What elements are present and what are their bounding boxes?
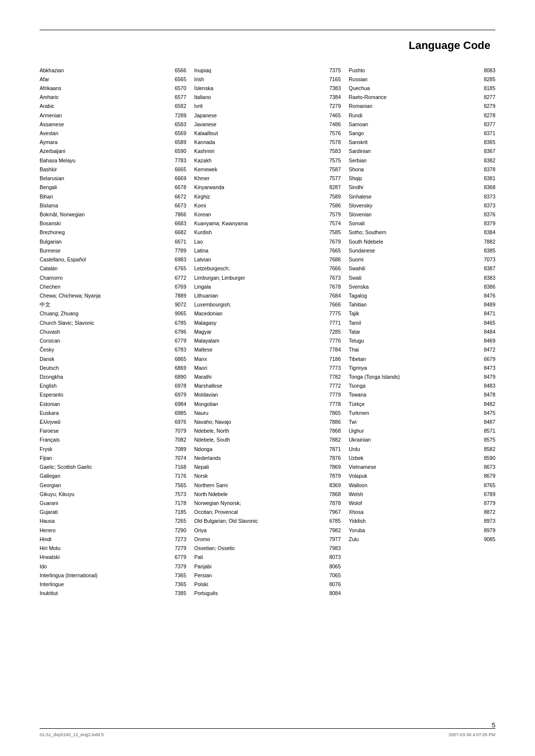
language-code: 8369	[325, 482, 341, 489]
language-code: 7789	[170, 247, 186, 254]
language-name: Northern Sami	[194, 482, 325, 489]
language-name: Yoruba	[349, 527, 480, 534]
list-item: Polski8076	[194, 580, 341, 589]
language-code: 7565	[170, 482, 186, 489]
language-name: Welsh	[349, 491, 480, 498]
language-name: Latina	[194, 247, 325, 254]
list-item: Russian8285	[349, 75, 495, 84]
language-code: 6779	[170, 554, 186, 561]
language-code: 7878	[325, 500, 341, 507]
language-name: Ossetian; Ossetic	[194, 545, 325, 552]
language-code: 7679	[325, 238, 341, 246]
language-name: Luxembourgish;	[194, 301, 325, 308]
list-item: Hindi7273	[40, 535, 186, 544]
language-code: 6865	[170, 355, 186, 363]
language-code: 8979	[480, 527, 495, 534]
language-name: Pushto	[349, 67, 480, 74]
list-item: Bosanski6683	[40, 219, 186, 228]
language-code: 7882	[480, 238, 495, 246]
language-code: 8478	[480, 391, 495, 399]
list-item: Brezhoneg6682	[40, 228, 186, 237]
list-item: Nepali7869	[194, 463, 341, 472]
list-item: Komi7586	[194, 201, 341, 210]
language-name: Svenska	[349, 283, 480, 291]
language-name: Khmer	[194, 175, 325, 182]
language-code: 7279	[325, 102, 341, 110]
language-code: 8386	[480, 283, 495, 291]
language-code: 7384	[325, 94, 341, 101]
list-item: Bislama6673	[40, 201, 186, 210]
language-name: Estonian	[40, 401, 170, 408]
list-item: Northern Sami8369	[194, 481, 341, 490]
language-name: Kashmiri	[194, 148, 325, 155]
language-code: 7784	[325, 346, 341, 353]
language-name: Malagasy	[194, 319, 325, 327]
language-name: Deutsch	[40, 364, 170, 372]
language-code: 7779	[325, 391, 341, 399]
list-item: Fijian7074	[40, 454, 186, 462]
list-item: Uighur8571	[349, 427, 495, 436]
language-code: 6682	[170, 229, 186, 236]
list-item: Chuang; Zhuang9065	[40, 309, 186, 318]
list-item: Herero7290	[40, 526, 186, 535]
list-item: Česky6783	[40, 346, 186, 354]
list-item: Chuvash6786	[40, 327, 186, 336]
language-code: 8571	[480, 427, 495, 435]
language-code: 7876	[325, 454, 341, 462]
language-name: Slovenian	[349, 211, 480, 218]
language-name: Arabic	[40, 102, 170, 110]
language-code: 7772	[325, 382, 341, 390]
list-item: Turkmen8475	[349, 408, 495, 417]
list-item: Ukrainian8575	[349, 436, 495, 445]
list-item: Sundanese8385	[349, 246, 495, 255]
list-item: Português8084	[194, 589, 341, 598]
language-code: 7168	[170, 463, 186, 471]
column-3: Pushto8083Russian8285Quechua8185Raeto-Ro…	[345, 66, 495, 544]
list-item: Armenian7289	[40, 111, 186, 120]
language-code: 7375	[325, 67, 341, 74]
list-item: Kernewek7587	[194, 165, 341, 174]
list-item: Malagasy7771	[194, 318, 341, 327]
language-name: Bislama	[40, 202, 170, 209]
language-code: 8465	[480, 319, 495, 327]
language-code: 7879	[325, 472, 341, 480]
list-item: Malayalam7776	[194, 337, 341, 346]
list-item: Kinyarwanda8287	[194, 183, 341, 192]
language-name: Serbian	[349, 157, 480, 164]
language-name: Korean	[194, 211, 325, 218]
language-code: 6869	[170, 364, 186, 372]
language-name: Oriya	[194, 527, 325, 534]
list-item: Bengali6678	[40, 183, 186, 192]
list-item: Zulu9085	[349, 535, 495, 544]
language-code: 6582	[170, 102, 186, 110]
list-item: Lao7679	[194, 237, 341, 246]
language-name: Bokmål, Norwegian	[40, 211, 170, 218]
list-item: Norwegian Nynorsk;7878	[194, 499, 341, 508]
language-code: 7782	[325, 373, 341, 381]
list-item: Maori7773	[194, 363, 341, 372]
list-item: Somali8379	[349, 219, 495, 228]
list-item: Shona8378	[349, 165, 495, 174]
language-name: Frysk	[40, 446, 170, 453]
language-name: Irish	[194, 76, 325, 83]
list-item: Pali8073	[194, 553, 341, 562]
language-code: 8765	[480, 482, 495, 489]
language-code: 7886	[325, 418, 341, 426]
list-item: Kurdish7585	[194, 228, 341, 237]
language-name: Swahili	[349, 265, 480, 272]
list-item: Magyar7285	[194, 327, 341, 336]
language-code: 6890	[170, 373, 186, 381]
language-code: 7871	[325, 446, 341, 453]
language-code: 7678	[325, 283, 341, 291]
language-name: Lithuanian	[194, 292, 325, 300]
list-item: Japanese7465	[194, 111, 341, 120]
language-code: 7869	[325, 463, 341, 471]
language-name: Mongolian	[194, 401, 325, 408]
list-item: Norsk7879	[194, 472, 341, 481]
language-code: 8278	[480, 112, 495, 119]
list-item: Occitan; Provencal7967	[194, 508, 341, 517]
list-item: Tonga (Tonga Islands)8479	[349, 372, 495, 381]
language-name: Afar	[40, 76, 170, 83]
language-code: 8083	[480, 67, 495, 74]
language-name: Hausa	[40, 517, 170, 525]
